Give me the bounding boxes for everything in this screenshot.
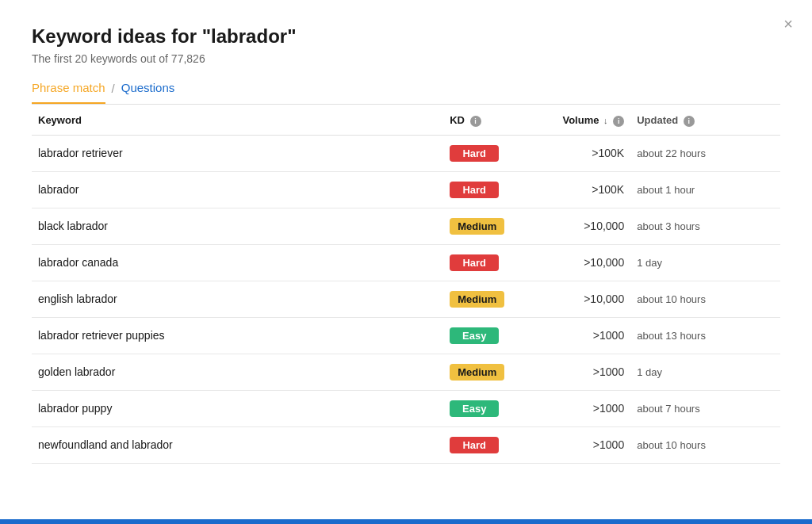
- kd-badge: Hard: [450, 437, 499, 453]
- kd-cell: Hard: [443, 426, 533, 463]
- table-row: labrador canadaHard>10,0001 day: [32, 244, 780, 281]
- keyword-cell: black labrador: [32, 208, 443, 244]
- tab-separator: /: [112, 82, 115, 103]
- kd-badge: Medium: [450, 218, 504, 235]
- updated-cell: about 3 hours: [630, 208, 780, 244]
- kd-cell: Easy: [443, 390, 533, 426]
- updated-cell: about 22 hours: [630, 135, 780, 171]
- volume-cell: >1000: [533, 317, 630, 354]
- volume-cell: >10,000: [533, 244, 630, 281]
- keyword-cell: labrador: [32, 171, 443, 208]
- table-row: labrador puppyEasy>1000about 7 hours: [32, 390, 780, 426]
- keyword-cell: labrador retriever puppies: [32, 317, 443, 354]
- volume-cell: >1000: [533, 354, 630, 390]
- kd-cell: Hard: [443, 171, 533, 208]
- kd-badge: Medium: [450, 291, 504, 308]
- kd-cell: Easy: [443, 317, 533, 354]
- tab-questions[interactable]: Questions: [121, 81, 175, 104]
- table-row: black labradorMedium>10,000about 3 hours: [32, 208, 780, 244]
- bottom-bar: [0, 519, 812, 524]
- table-row: labrador retrieverHard>100Kabout 22 hour…: [32, 135, 780, 171]
- keywords-table: Keyword KD i Volume ↓ i Updated i labrad…: [32, 105, 780, 464]
- modal-container: × Keyword ideas for "labrador" The first…: [0, 0, 812, 524]
- volume-cell: >1000: [533, 390, 630, 426]
- page-title: Keyword ideas for "labrador": [32, 25, 780, 48]
- volume-cell: >10,000: [533, 208, 630, 244]
- col-header-keyword: Keyword: [32, 105, 443, 135]
- updated-cell: about 10 hours: [630, 281, 780, 317]
- updated-cell: about 1 hour: [630, 171, 780, 208]
- kd-badge: Hard: [450, 182, 499, 198]
- updated-cell: 1 day: [630, 354, 780, 390]
- volume-info-icon[interactable]: i: [613, 116, 624, 127]
- volume-cell: >100K: [533, 171, 630, 208]
- col-header-volume: Volume ↓ i: [533, 105, 630, 135]
- kd-cell: Medium: [443, 281, 533, 317]
- volume-cell: >1000: [533, 426, 630, 463]
- kd-cell: Hard: [443, 244, 533, 281]
- kd-badge: Hard: [450, 145, 499, 162]
- table-row: labrador retriever puppiesEasy>1000about…: [32, 317, 780, 354]
- keyword-cell: labrador canada: [32, 244, 443, 281]
- kd-badge: Easy: [450, 327, 499, 344]
- keyword-cell: english labrador: [32, 281, 443, 317]
- updated-info-icon[interactable]: i: [684, 116, 695, 127]
- kd-cell: Medium: [443, 208, 533, 244]
- volume-cell: >100K: [533, 135, 630, 171]
- page-subtitle: The first 20 keywords out of 77,826: [32, 52, 780, 65]
- kd-info-icon[interactable]: i: [470, 116, 481, 127]
- kd-badge: Easy: [450, 400, 499, 417]
- table-row: newfoundland and labradorHard>1000about …: [32, 426, 780, 463]
- updated-cell: 1 day: [630, 244, 780, 281]
- table-header-row: Keyword KD i Volume ↓ i Updated i: [32, 105, 780, 135]
- table-row: labradorHard>100Kabout 1 hour: [32, 171, 780, 208]
- keyword-cell: golden labrador: [32, 354, 443, 390]
- keyword-cell: labrador puppy: [32, 390, 443, 426]
- updated-cell: about 10 hours: [630, 426, 780, 463]
- table-row: english labradorMedium>10,000about 10 ho…: [32, 281, 780, 317]
- tab-phrase-match[interactable]: Phrase match: [32, 81, 105, 104]
- col-header-updated: Updated i: [630, 105, 780, 135]
- keyword-cell: newfoundland and labrador: [32, 426, 443, 463]
- kd-cell: Hard: [443, 135, 533, 171]
- col-header-kd: KD i: [443, 105, 533, 135]
- volume-sort-icon[interactable]: ↓: [603, 116, 608, 125]
- volume-cell: >10,000: [533, 281, 630, 317]
- kd-badge: Hard: [450, 254, 499, 271]
- kd-badge: Medium: [450, 364, 504, 381]
- close-button[interactable]: ×: [783, 16, 793, 32]
- kd-cell: Medium: [443, 354, 533, 390]
- updated-cell: about 13 hours: [630, 317, 780, 354]
- updated-cell: about 7 hours: [630, 390, 780, 426]
- table-row: golden labradorMedium>10001 day: [32, 354, 780, 390]
- keyword-cell: labrador retriever: [32, 135, 443, 171]
- tab-bar: Phrase match / Questions: [32, 81, 780, 105]
